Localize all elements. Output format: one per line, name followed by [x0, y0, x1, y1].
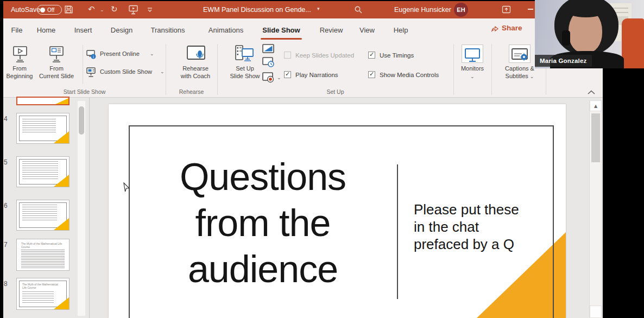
- document-title[interactable]: EWM Panel Discussion on Gende...: [203, 6, 311, 14]
- show-media-controls-label: Show Media Controls: [380, 72, 439, 78]
- slideshow-quick-icon[interactable]: [128, 5, 138, 15]
- user-avatar[interactable]: EH: [454, 3, 468, 17]
- panel-scrollbar[interactable]: [78, 101, 85, 316]
- slide-number-8: 8: [4, 280, 11, 288]
- record-slide-show-dropdown-icon[interactable]: ⌄: [277, 75, 281, 80]
- search-icon[interactable]: [354, 5, 363, 14]
- slide-divider-line: [397, 164, 398, 299]
- slide-side-line3: prefaced by a Q: [414, 236, 550, 253]
- slide-number-5: 5: [4, 158, 11, 166]
- from-beginning-button[interactable]: From Beginning: [5, 43, 34, 88]
- ribbon-display-options-icon[interactable]: [502, 5, 511, 14]
- tab-design[interactable]: Design: [108, 24, 136, 36]
- user-name[interactable]: Eugenie Hunsicker: [394, 6, 451, 14]
- slide-number-6: 6: [4, 202, 11, 209]
- ribbon-tab-bar: File Home Insert Design Transitions Anim…: [3, 18, 603, 41]
- title-dropdown-icon[interactable]: ▾: [317, 6, 320, 11]
- person-hair-front: [565, 2, 607, 17]
- thumbnail-slide-3-partial[interactable]: [16, 97, 70, 105]
- slide-border-frame-right: [553, 232, 554, 318]
- slide-title-text[interactable]: Questions from the audience: [129, 154, 397, 292]
- keep-slides-updated-label: Keep Slides Updated: [295, 52, 354, 59]
- thumbnail-slide-8[interactable]: The Myth of the Mathematical Life Course: [16, 278, 70, 310]
- thumbnail-text-lines: [22, 161, 58, 180]
- thumbnail-slide-5[interactable]: [16, 156, 70, 187]
- redo-icon[interactable]: ↻: [111, 4, 118, 14]
- from-current-slide-icon: [49, 46, 64, 63]
- share-label: Share: [502, 24, 522, 32]
- thumbnail-triangle: [55, 98, 68, 104]
- editor-scrollbar[interactable]: ▲: [589, 100, 601, 318]
- from-current-slide-label1: From: [34, 65, 79, 73]
- tab-view[interactable]: View: [356, 24, 378, 36]
- thumbnail-title: The Myth of the Mathematical Life Course: [21, 242, 65, 249]
- captions-dropdown-icon: ⌄: [530, 74, 534, 79]
- rehearse-with-coach-button[interactable]: Rehearse with Coach: [173, 43, 218, 88]
- tab-slide-show[interactable]: Slide Show: [258, 24, 304, 36]
- thumbnail-slide-4[interactable]: [16, 113, 70, 144]
- record-slide-show-icon[interactable]: [262, 72, 275, 84]
- undo-dropdown-icon[interactable]: ⌄: [100, 7, 104, 12]
- save-icon[interactable]: [64, 5, 73, 14]
- webcam-name-label: Maria Gonzalez: [535, 55, 592, 67]
- custom-slide-show-icon: [86, 67, 97, 78]
- custom-slide-show-dropdown-icon: ⌄: [160, 69, 165, 74]
- autosave-state: Off: [47, 7, 54, 13]
- title-bar: AutoSave Off ↶ ⌄ ↻ EWM Panel Discussion …: [3, 1, 603, 18]
- group-label-start-slide-show: Start Slide Show: [3, 88, 166, 97]
- custom-slide-show-button[interactable]: Custom Slide Show ⌄: [86, 67, 173, 79]
- share-button[interactable]: Share: [491, 24, 522, 32]
- rehearse-with-coach-label1: Rehearse: [173, 65, 218, 73]
- custom-slide-show-label: Custom Slide Show: [100, 68, 152, 76]
- group-divider: [217, 44, 218, 95]
- play-narrations-checkbox[interactable]: [284, 71, 291, 78]
- thumbnail-slide-6[interactable]: [16, 200, 70, 231]
- show-media-controls-checkbox[interactable]: [368, 71, 375, 78]
- tab-transitions[interactable]: Transitions: [146, 24, 190, 36]
- svg-text:i: i: [93, 55, 94, 59]
- chair-back: [622, 18, 644, 68]
- present-online-button[interactable]: i Present Online ⌄: [86, 49, 165, 61]
- hide-slide-icon[interactable]: [262, 43, 275, 54]
- autosave-label: AutoSave: [11, 6, 40, 14]
- use-timings-label: Use Timings: [380, 52, 414, 59]
- slide-number-4: 4: [4, 115, 11, 123]
- collapse-ribbon-icon[interactable]: [588, 90, 595, 94]
- panel-scrollbar-thumb[interactable]: [79, 106, 84, 135]
- present-online-label: Present Online: [100, 50, 140, 58]
- keep-slides-updated-checkbox[interactable]: [284, 52, 291, 59]
- set-up-slide-show-icon: [235, 44, 255, 64]
- tab-file[interactable]: File: [8, 24, 26, 36]
- use-timings-checkbox[interactable]: [368, 52, 375, 59]
- customize-quick-access-toolbar-icon[interactable]: [147, 7, 153, 13]
- slide-title-line2: from the: [129, 200, 397, 246]
- from-current-slide-button[interactable]: From Current Slide: [34, 43, 79, 88]
- avatar-initials: EH: [457, 7, 465, 13]
- undo-icon[interactable]: ↶: [88, 4, 95, 14]
- slide-canvas[interactable]: Questions from the audience Please put t…: [109, 104, 566, 318]
- slide-side-text[interactable]: Please put these in the chat prefaced by…: [414, 201, 550, 253]
- monitors-icon: [462, 44, 483, 63]
- minimize-button[interactable]: [528, 9, 533, 10]
- tab-insert[interactable]: Insert: [71, 24, 96, 36]
- mouse-cursor: [123, 182, 131, 193]
- tab-animations[interactable]: Animations: [203, 24, 249, 36]
- rehearse-timings-icon[interactable]: [262, 56, 275, 68]
- present-online-icon: i: [86, 49, 97, 60]
- autosave-toggle[interactable]: Off: [37, 5, 62, 15]
- editor-scrollbar-thumb[interactable]: [591, 113, 600, 162]
- scroll-up-button[interactable]: ▲: [590, 100, 602, 111]
- slide-title-line3: audience: [129, 246, 397, 292]
- thumbnail-slide-7[interactable]: The Myth of the Mathematical Life Course: [16, 239, 70, 271]
- tab-home[interactable]: Home: [34, 24, 59, 36]
- ribbon-slide-show: From Beginning From Current Slide i Pres…: [3, 41, 603, 98]
- captions-label2: Subtitles: [506, 73, 528, 79]
- monitors-button[interactable]: Monitors ⌄: [456, 43, 489, 87]
- thumbnail-text-lines: [21, 250, 65, 268]
- tab-help[interactable]: Help: [390, 24, 412, 36]
- scroll-corner[interactable]: [590, 306, 602, 318]
- tab-review[interactable]: Review: [317, 24, 345, 36]
- toggle-dot-icon: [40, 8, 45, 12]
- thumbnail-text-lines: [22, 119, 56, 133]
- captions-subtitles-icon: [509, 44, 531, 63]
